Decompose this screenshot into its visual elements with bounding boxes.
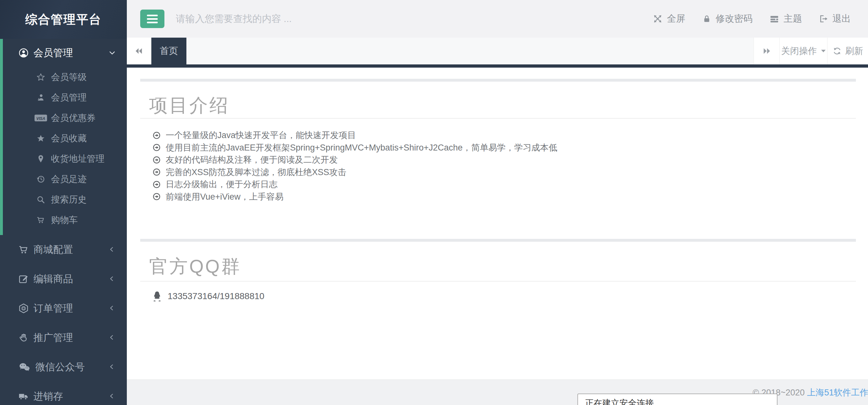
cart-icon xyxy=(34,215,48,225)
arrow-circle-right-icon xyxy=(152,180,161,189)
sidebar-item-order-management[interactable]: 订单管理 xyxy=(0,294,127,323)
list-item-text: 一个轻量级的Java快速开发平台，能快速开发项目 xyxy=(166,129,356,141)
sidebar-item-label: 微信公众号 xyxy=(35,360,108,374)
sidebar-item-shipping-address[interactable]: 收货地址管理 xyxy=(0,149,127,169)
app-title: 综合管理平台 xyxy=(0,0,127,39)
logout-label: 退出 xyxy=(832,12,851,25)
tab-home[interactable]: 首页 xyxy=(151,38,186,64)
sidebar-menu: 会员管理 会员等级 会员管理 VISA xyxy=(0,39,127,405)
list-item-text: 使用目前主流的JavaEE开发框架Spring+SpringMVC+Mybati… xyxy=(166,142,557,153)
chevron-down-icon xyxy=(108,49,116,57)
section-separator xyxy=(140,239,856,242)
theme-button[interactable]: 主题 xyxy=(769,12,802,25)
refresh-tab-button[interactable]: 刷新 xyxy=(827,38,868,64)
list-item: 一个轻量级的Java快速开发平台，能快速开发项目 xyxy=(152,129,557,142)
tabs-scroll-left-button[interactable] xyxy=(127,38,151,64)
arrow-circle-right-icon xyxy=(152,155,161,164)
sidebar-item-wechat-official[interactable]: 微信公众号 xyxy=(0,352,127,382)
sidebar: 综合管理平台 会员管理 会员等级 xyxy=(0,0,127,405)
sidebar-item-member-footprint[interactable]: 会员足迹 xyxy=(0,169,127,190)
sidebar-item-mall-config[interactable]: 商城配置 xyxy=(0,235,127,264)
wechat-icon xyxy=(18,361,31,373)
fullscreen-label: 全屏 xyxy=(667,12,685,25)
chevron-left-icon xyxy=(108,393,116,400)
arrow-circle-right-icon xyxy=(152,192,161,201)
list-item: 前端使用Vue+iView，上手容易 xyxy=(152,191,557,203)
topbar-actions: 全屏 修改密码 主题 退出 xyxy=(653,12,851,25)
qq-group-row: 1335373164/191888810 xyxy=(152,291,265,302)
topbar: 全屏 修改密码 主题 退出 xyxy=(127,0,868,38)
sidebar-item-member-coupon[interactable]: VISA 会员优惠券 xyxy=(0,108,127,128)
hand-paper-icon xyxy=(18,332,29,343)
sidebar-item-label: 会员足迹 xyxy=(51,173,87,185)
sidebar-item-label: 收货地址管理 xyxy=(51,153,104,165)
chevron-left-icon xyxy=(108,305,116,312)
sidebar-item-search-history[interactable]: 搜索历史 xyxy=(0,190,127,210)
hexagon-order-icon xyxy=(18,303,29,314)
list-item: 完善的XSS防范及脚本过滤，彻底杜绝XSS攻击 xyxy=(152,166,557,179)
sidebar-item-label: 会员管理 xyxy=(33,46,108,60)
history-icon xyxy=(34,175,48,184)
tabbar: 首页 关闭操作 刷新 xyxy=(127,38,868,64)
arrow-circle-right-icon xyxy=(152,168,161,176)
list-item: 使用目前主流的JavaEE开发框架Spring+SpringMVC+Mybati… xyxy=(152,142,557,154)
member-submenu: 会员等级 会员管理 VISA 会员优惠券 会员收藏 xyxy=(0,67,127,235)
section-divider xyxy=(140,281,856,282)
list-item-text: 前端使用Vue+iView，上手容易 xyxy=(166,191,284,202)
sidebar-item-member-level[interactable]: 会员等级 xyxy=(0,67,127,87)
sign-out-icon xyxy=(818,14,828,24)
double-chevron-right-icon xyxy=(762,47,771,56)
search-input[interactable] xyxy=(176,13,418,24)
qq-penguin-icon xyxy=(152,291,162,302)
sidebar-item-label: 会员管理 xyxy=(51,91,87,104)
browser-status-tooltip: 正在建立安全连接... xyxy=(578,394,777,405)
double-chevron-left-icon xyxy=(134,47,144,56)
list-item: 友好的代码结构及注释，便于阅读及二次开发 xyxy=(152,154,557,166)
change-password-button[interactable]: 修改密码 xyxy=(702,12,753,25)
sidebar-item-member-management[interactable]: 会员管理 xyxy=(0,39,127,67)
chevron-left-icon xyxy=(108,363,116,371)
sidebar-item-edit-goods[interactable]: 编辑商品 xyxy=(0,264,127,294)
user-circle-icon xyxy=(18,48,29,58)
sidebar-item-promotion-management[interactable]: 推广管理 xyxy=(0,323,127,352)
sidebar-item-inventory[interactable]: 进销存 xyxy=(0,382,127,405)
qq-section-title: 官方QQ群 xyxy=(149,254,241,279)
fullscreen-button[interactable]: 全屏 xyxy=(653,12,685,25)
close-operations-label: 关闭操作 xyxy=(781,45,817,57)
tabbar-actions: 关闭操作 刷新 xyxy=(754,38,868,64)
sidebar-item-label: 会员优惠券 xyxy=(51,112,96,124)
tabs-scroll-right-button[interactable] xyxy=(754,38,779,64)
sidebar-item-label: 编辑商品 xyxy=(33,272,108,286)
section-divider xyxy=(140,118,856,119)
refresh-icon xyxy=(833,47,842,56)
fullscreen-icon xyxy=(653,14,663,24)
list-item-text: 友好的代码结构及注释，便于阅读及二次开发 xyxy=(166,154,338,166)
sidebar-item-member-manage[interactable]: 会员管理 xyxy=(0,87,127,108)
star-outline-icon xyxy=(34,73,48,82)
search-icon xyxy=(34,195,48,204)
chevron-left-icon xyxy=(108,246,116,254)
tabbar-bottom-strip xyxy=(127,64,868,67)
logout-button[interactable]: 退出 xyxy=(818,12,851,25)
sidebar-item-label: 进销存 xyxy=(33,390,108,403)
content-panel: 项目介绍 一个轻量级的Java快速开发平台，能快速开发项目 使用目前主流的Jav… xyxy=(127,67,868,379)
user-md-icon xyxy=(34,93,48,102)
sidebar-item-label: 搜索历史 xyxy=(51,194,87,206)
sidebar-item-shopping-cart[interactable]: 购物车 xyxy=(0,210,127,230)
section-separator xyxy=(140,79,856,82)
visa-card-icon: VISA xyxy=(34,114,48,122)
change-password-label: 修改密码 xyxy=(716,12,753,25)
chevron-left-icon xyxy=(108,275,116,283)
sidebar-item-member-favorites[interactable]: 会员收藏 xyxy=(0,128,127,149)
status-text: 正在建立安全连接... xyxy=(585,398,661,405)
intro-section-title: 项目介绍 xyxy=(149,93,229,118)
hamburger-menu-button[interactable] xyxy=(140,9,164,28)
sidebar-item-label: 推广管理 xyxy=(33,331,108,344)
cart-icon xyxy=(18,244,29,255)
close-operations-dropdown[interactable]: 关闭操作 xyxy=(779,38,827,64)
map-marker-icon xyxy=(34,154,48,163)
sidebar-item-label: 订单管理 xyxy=(33,302,108,315)
arrow-circle-right-icon xyxy=(152,143,161,152)
app-root: 综合管理平台 会员管理 会员等级 xyxy=(0,0,868,405)
studio-link[interactable]: 上海51软件工作室 xyxy=(807,388,868,397)
